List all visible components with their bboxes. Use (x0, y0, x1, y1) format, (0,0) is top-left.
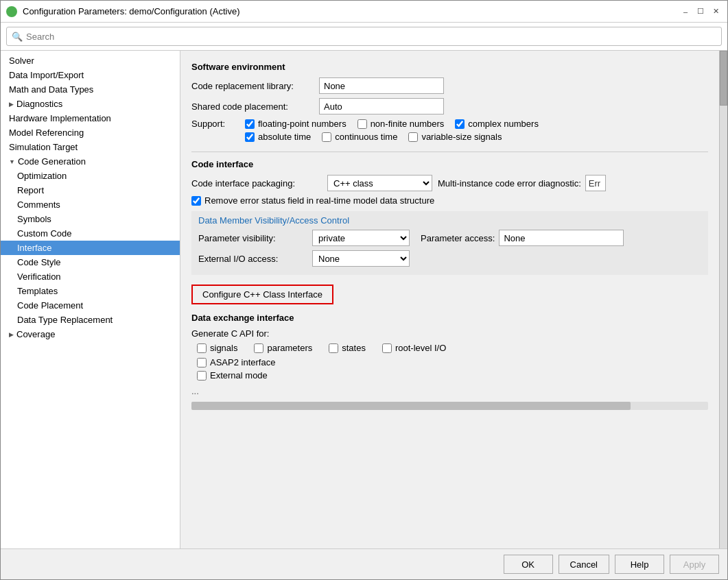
shared-code-label: Shared code placement: (191, 101, 315, 112)
cancel-button[interactable]: Cancel (559, 555, 609, 574)
sidebar-label-coverage: Coverage (16, 329, 55, 339)
search-icon: 🔍 (12, 32, 23, 42)
signals-checkbox[interactable] (197, 343, 207, 353)
shared-code-row: Shared code placement: (191, 98, 708, 114)
complex-numbers-wrap: complex numbers (455, 119, 539, 129)
support-label: Support: (191, 119, 241, 129)
sidebar-item-symbols[interactable]: Symbols (1, 212, 180, 226)
states-checkbox[interactable] (329, 343, 338, 353)
param-access-input[interactable] (499, 230, 624, 246)
code-replacement-input[interactable] (319, 77, 444, 94)
remove-error-label: Remove error status field in real-time m… (204, 195, 434, 206)
remove-error-wrap: Remove error status field in real-time m… (191, 195, 708, 206)
member-visibility-title: Data Member Visibility/Access Control (198, 215, 701, 226)
external-io-select-wrap[interactable]: None public protected (312, 250, 410, 267)
external-mode-checkbox[interactable] (197, 371, 207, 380)
root-level-io-label: root-level I/O (395, 343, 446, 353)
support-row-2: absolute time continuous time variable-s… (245, 132, 539, 142)
sidebar: SolverData Import/ExportMath and Data Ty… (1, 51, 180, 548)
sidebar-item-solver[interactable]: Solver (1, 53, 180, 68)
external-io-select[interactable]: None public protected (313, 251, 409, 266)
param-visibility-select-wrap[interactable]: private public protected (312, 230, 410, 246)
packaging-select[interactable]: C++ class Nonreusable function Reusable … (328, 176, 432, 191)
app-icon (6, 6, 17, 17)
code-interface-title: Code interface (191, 159, 708, 169)
help-button[interactable]: Help (615, 555, 664, 574)
sidebar-item-comments[interactable]: Comments (1, 197, 180, 212)
code-replacement-label: Code replacement library: (191, 81, 315, 91)
minimize-button[interactable]: – (679, 5, 692, 18)
horizontal-scrollbar[interactable] (191, 402, 708, 410)
param-visibility-select[interactable]: private public protected (313, 230, 409, 245)
packaging-select-wrap[interactable]: C++ class Nonreusable function Reusable … (327, 175, 432, 191)
param-visibility-label: Parameter visibility: (198, 233, 308, 243)
sidebar-item-code-style[interactable]: Code Style (1, 255, 180, 269)
api-checkboxes-row: signals parameters states root-level I/O (191, 343, 708, 353)
vertical-scrollbar[interactable] (719, 51, 727, 548)
external-mode-wrap: External mode (191, 370, 708, 380)
parameters-label: parameters (267, 343, 312, 353)
sidebar-item-code-placement[interactable]: Code Placement (1, 298, 180, 313)
non-finite-wrap: non-finite numbers (357, 119, 445, 129)
complex-numbers-checkbox[interactable] (455, 119, 465, 129)
absolute-time-checkbox[interactable] (245, 132, 255, 142)
sidebar-item-model-referencing[interactable]: Model Referencing (1, 125, 180, 140)
sidebar-label-data-import-export: Data Import/Export (9, 70, 84, 80)
search-input[interactable] (6, 27, 722, 46)
sidebar-item-code-generation[interactable]: Code Generation (1, 154, 180, 169)
asap2-checkbox[interactable] (197, 358, 207, 367)
configure-cpp-button[interactable]: Configure C++ Class Interface (191, 285, 333, 304)
absolute-time-label: absolute time (258, 132, 311, 142)
sidebar-label-solver: Solver (9, 56, 34, 66)
parameters-checkbox[interactable] (254, 343, 263, 353)
ellipsis: ... (191, 386, 708, 396)
vertical-scrollbar-thumb[interactable] (720, 51, 727, 106)
sidebar-item-data-import-export[interactable]: Data Import/Export (1, 68, 180, 82)
packaging-label: Code interface packaging: (191, 178, 322, 189)
external-io-row: External I/O access: None public protect… (198, 250, 701, 267)
sidebar-item-data-type-replacement[interactable]: Data Type Replacement (1, 313, 180, 327)
external-mode-label: External mode (210, 370, 268, 380)
asap2-label: ASAP2 interface (210, 357, 275, 367)
sidebar-item-hardware-implementation[interactable]: Hardware Implementation (1, 111, 180, 125)
close-button[interactable]: ✕ (709, 5, 722, 18)
sidebar-label-math-data-types: Math and Data Types (9, 84, 93, 95)
sidebar-toggle-code-generation[interactable] (9, 158, 15, 165)
floating-point-wrap: floating-point numbers (245, 119, 347, 129)
remove-error-checkbox[interactable] (191, 196, 201, 206)
support-checkboxes: floating-point numbers non-finite number… (245, 119, 539, 145)
sidebar-toggle-coverage[interactable] (9, 331, 14, 338)
variable-size-checkbox[interactable] (408, 132, 418, 142)
parameters-wrap: parameters (254, 343, 312, 353)
root-level-io-wrap: root-level I/O (382, 343, 446, 353)
packaging-row: Code interface packaging: C++ class Nonr… (191, 175, 708, 191)
variable-size-wrap: variable-size signals (408, 132, 502, 142)
sidebar-item-interface[interactable]: Interface (1, 241, 180, 255)
sidebar-label-verification: Verification (17, 271, 61, 282)
multi-error-row: Multi-instance code error diagnostic: (438, 175, 606, 191)
sidebar-item-diagnostics[interactable]: Diagnostics (1, 97, 180, 111)
sidebar-label-code-placement: Code Placement (17, 300, 83, 311)
multi-error-input[interactable] (585, 175, 606, 191)
sidebar-item-report[interactable]: Report (1, 183, 180, 197)
maximize-button[interactable]: ☐ (694, 5, 707, 18)
continuous-time-checkbox[interactable] (322, 132, 331, 142)
horizontal-scrollbar-thumb[interactable] (191, 402, 631, 410)
main-area: SolverData Import/ExportMath and Data Ty… (1, 51, 727, 548)
apply-button[interactable]: Apply (670, 555, 719, 574)
sidebar-item-verification[interactable]: Verification (1, 269, 180, 284)
shared-code-input[interactable] (319, 98, 444, 114)
floating-point-checkbox[interactable] (245, 119, 255, 129)
asap2-wrap: ASAP2 interface (191, 357, 708, 367)
window-title: Configuration Parameters: demo/Configura… (23, 6, 679, 16)
root-level-io-checkbox[interactable] (382, 343, 392, 353)
sidebar-item-optimization[interactable]: Optimization (1, 169, 180, 183)
sidebar-item-simulation-target[interactable]: Simulation Target (1, 140, 180, 154)
sidebar-item-math-data-types[interactable]: Math and Data Types (1, 82, 180, 97)
non-finite-checkbox[interactable] (357, 119, 367, 129)
sidebar-item-templates[interactable]: Templates (1, 284, 180, 298)
sidebar-toggle-diagnostics[interactable] (9, 101, 14, 108)
sidebar-item-custom-code[interactable]: Custom Code (1, 226, 180, 241)
ok-button[interactable]: OK (504, 555, 553, 574)
sidebar-item-coverage[interactable]: Coverage (1, 327, 180, 341)
